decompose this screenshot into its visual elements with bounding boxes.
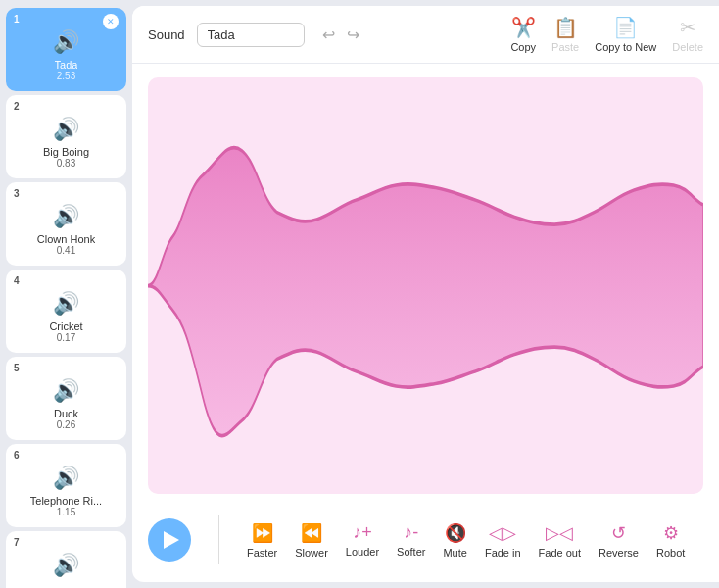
item-name: Duck <box>54 408 78 419</box>
faster-label: Faster <box>247 547 277 559</box>
speaker-icon: 🔊 <box>53 29 79 55</box>
toolbar: Sound ↩ ↪ ✂️ Copy 📋 Paste 📄 Copy to New … <box>132 6 719 64</box>
item-name: Clown Honk <box>37 233 95 245</box>
slower-label: Slower <box>295 547 328 559</box>
item-duration: 0.83 <box>57 158 75 169</box>
softer-icon: ♪- <box>404 522 418 543</box>
fade-out-label: Fade out <box>539 547 581 559</box>
item-name: Cricket <box>49 320 82 332</box>
copy-to-new-icon: 📄 <box>613 16 638 39</box>
waveform-container <box>148 77 703 494</box>
item-number: 3 <box>14 188 20 199</box>
playback-controls: ⏩Faster⏪Slower♪+Louder♪-Softer🔇Mute◁▷Fad… <box>132 508 719 582</box>
fade-out-button[interactable]: ▷◁Fade out <box>539 522 581 559</box>
softer-button[interactable]: ♪-Softer <box>397 522 425 558</box>
faster-icon: ⏩ <box>252 522 273 544</box>
sidebar-item-4[interactable]: 4🔊Cricket0.17 <box>6 270 126 353</box>
redo-button[interactable]: ↪ <box>343 24 363 46</box>
item-number: 6 <box>14 450 20 461</box>
reverse-icon: ↺ <box>611 522 626 544</box>
play-triangle-icon <box>164 531 179 549</box>
item-duration: 0.26 <box>57 419 75 430</box>
faster-button[interactable]: ⏩Faster <box>247 522 277 559</box>
sidebar-item-5[interactable]: 5🔊Duck0.26 <box>6 357 126 440</box>
delete-button[interactable]: ✂ Delete <box>672 16 703 53</box>
item-duration: 0.41 <box>57 245 75 256</box>
mute-label: Mute <box>443 547 466 559</box>
speaker-icon: 🔊 <box>53 204 79 229</box>
copy-to-new-label: Copy to New <box>595 41 656 53</box>
item-number: 2 <box>14 101 20 112</box>
speaker-icon: 🔊 <box>53 378 79 404</box>
mute-icon: 🔇 <box>445 522 466 544</box>
item-name: ... <box>62 582 71 588</box>
item-name: Big Boing <box>43 146 89 158</box>
sound-label: Sound <box>148 27 185 42</box>
item-number: 4 <box>14 275 20 286</box>
mute-button[interactable]: 🔇Mute <box>443 522 466 559</box>
speaker-icon: 🔊 <box>53 553 79 578</box>
slower-button[interactable]: ⏪Slower <box>295 522 328 559</box>
delete-label: Delete <box>672 41 703 53</box>
item-number: 5 <box>14 363 20 373</box>
sound-name-input[interactable] <box>197 23 305 47</box>
copy-label: Copy <box>510 41 536 53</box>
fade-in-button[interactable]: ◁▷Fade in <box>485 522 521 559</box>
item-duration: 0.17 <box>57 332 75 343</box>
robot-label: Robot <box>656 547 685 559</box>
fade-in-icon: ◁▷ <box>489 522 516 544</box>
louder-button[interactable]: ♪+Louder <box>346 522 379 558</box>
speaker-icon: 🔊 <box>53 466 79 491</box>
sidebar-item-1[interactable]: 1✕🔊Tada2.53 <box>6 8 126 91</box>
sidebar-item-3[interactable]: 3🔊Clown Honk0.41 <box>6 182 126 266</box>
sidebar: 1✕🔊Tada2.532🔊Big Boing0.833🔊Clown Honk0.… <box>0 0 132 588</box>
reverse-button[interactable]: ↺Reverse <box>599 522 639 559</box>
divider <box>218 515 219 564</box>
delete-icon: ✂ <box>680 16 696 39</box>
main-panel: Sound ↩ ↪ ✂️ Copy 📋 Paste 📄 Copy to New … <box>132 6 719 582</box>
undo-button[interactable]: ↩ <box>318 24 339 46</box>
item-number: 7 <box>14 537 20 548</box>
item-duration: 2.53 <box>57 71 75 81</box>
paste-icon: 📋 <box>553 16 578 39</box>
play-button[interactable] <box>148 518 191 562</box>
toolbar-actions: ✂️ Copy 📋 Paste 📄 Copy to New ✂ Delete <box>510 16 703 53</box>
robot-button[interactable]: ⚙Robot <box>656 522 685 559</box>
undo-redo-group: ↩ ↪ <box>318 24 363 46</box>
robot-icon: ⚙ <box>663 522 679 544</box>
effects-list: ⏩Faster⏪Slower♪+Louder♪-Softer🔇Mute◁▷Fad… <box>247 522 685 559</box>
item-delete-btn[interactable]: ✕ <box>103 14 119 29</box>
item-name: Tada <box>55 59 78 71</box>
item-name: Telephone Ri... <box>30 495 102 507</box>
item-number: 1 <box>14 14 20 24</box>
copy-button[interactable]: ✂️ Copy <box>510 16 536 53</box>
sidebar-item-6[interactable]: 6🔊Telephone Ri...1.15 <box>6 444 126 527</box>
louder-icon: ♪+ <box>353 522 372 543</box>
copy-icon: ✂️ <box>511 16 536 39</box>
louder-label: Louder <box>346 546 379 558</box>
fade-out-icon: ▷◁ <box>546 522 573 544</box>
sidebar-item-7[interactable]: 7🔊... <box>6 531 126 588</box>
paste-label: Paste <box>551 41 579 53</box>
waveform-svg <box>148 77 703 494</box>
softer-label: Softer <box>397 546 425 558</box>
item-duration: 1.15 <box>57 507 75 517</box>
sidebar-item-2[interactable]: 2🔊Big Boing0.83 <box>6 95 126 178</box>
slower-icon: ⏪ <box>301 522 322 544</box>
copy-to-new-button[interactable]: 📄 Copy to New <box>595 16 656 53</box>
reverse-label: Reverse <box>599 547 639 559</box>
speaker-icon: 🔊 <box>53 291 79 317</box>
speaker-icon: 🔊 <box>53 117 79 142</box>
fade-in-label: Fade in <box>485 547 521 559</box>
paste-button[interactable]: 📋 Paste <box>551 16 579 53</box>
